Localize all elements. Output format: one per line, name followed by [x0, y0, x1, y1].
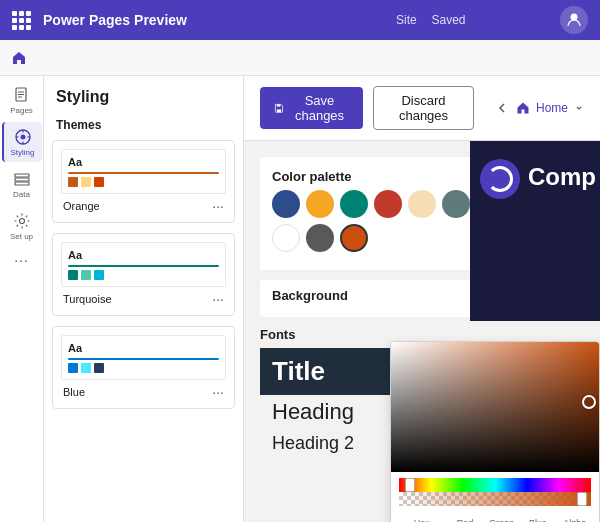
- discard-changes-button[interactable]: Discard changes: [373, 86, 474, 130]
- hex-label: Hex: [399, 518, 445, 522]
- color-dot-teal[interactable]: [340, 190, 368, 218]
- sidebar-setup-label: Set up: [10, 232, 33, 241]
- red-input-group: Red: [449, 518, 482, 522]
- chevron-down-icon[interactable]: [574, 103, 584, 113]
- site-status: Site · Saved: [302, 13, 561, 27]
- color-dot-wheat[interactable]: [408, 190, 436, 218]
- home-small-icon: [516, 101, 530, 115]
- blue-label: Blue: [522, 518, 555, 522]
- content-header: Save changes Discard changes Home: [244, 76, 600, 141]
- picker-handle[interactable]: [582, 395, 596, 409]
- svg-rect-13: [15, 182, 29, 185]
- sidebar-more-icon[interactable]: ···: [14, 252, 29, 268]
- sidebar-styling-label: Styling: [10, 148, 34, 157]
- color-dot-graygreen[interactable]: [442, 190, 470, 218]
- theme-turquoise-name: Turquoise: [63, 293, 112, 305]
- main-layout: Pages Styling Data: [0, 76, 600, 522]
- sidebar-pages-label: Pages: [10, 106, 33, 115]
- sidebar-data-label: Data: [13, 190, 30, 199]
- main-content: Save changes Discard changes Home Color …: [244, 76, 600, 522]
- left-sidebar: Pages Styling Data: [0, 76, 44, 522]
- svg-rect-16: [277, 104, 281, 106]
- theme-blue-name: Blue: [63, 386, 85, 398]
- picker-inputs: Hex Red Green Blue: [391, 514, 599, 522]
- preview-text: Comp: [528, 163, 596, 191]
- svg-rect-12: [15, 178, 29, 181]
- alpha-label: Alpha: [558, 518, 591, 522]
- second-bar: [0, 40, 600, 76]
- theme-card-orange[interactable]: Aa Orange ···: [52, 140, 235, 223]
- theme-orange-more-icon[interactable]: ···: [212, 198, 224, 214]
- color-dot-white[interactable]: [272, 224, 300, 252]
- themes-label: Themes: [52, 118, 235, 132]
- theme-card-turquoise[interactable]: Aa Turquoise ···: [52, 233, 235, 316]
- panel-title: Styling: [52, 88, 235, 106]
- color-dot-orange[interactable]: [340, 224, 368, 252]
- alpha-input-group: Alpha: [558, 518, 591, 522]
- svg-rect-15: [277, 109, 281, 112]
- color-dot-yellow[interactable]: [306, 190, 334, 218]
- themes-panel: Styling Themes Aa Orange ··· Aa: [44, 76, 244, 522]
- fonts-label: Fonts: [260, 327, 584, 342]
- hue-handle[interactable]: [405, 478, 415, 492]
- alpha-handle[interactable]: [577, 492, 587, 506]
- green-label: Green: [485, 518, 518, 522]
- app-title: Power Pages Preview: [43, 12, 302, 28]
- theme-blue-more-icon[interactable]: ···: [212, 384, 224, 400]
- green-input-group: Green: [485, 518, 518, 522]
- sidebar-item-pages[interactable]: Pages: [2, 80, 42, 120]
- svg-point-14: [19, 218, 24, 223]
- color-picker-popup: Hex Red Green Blue: [390, 341, 600, 522]
- sidebar-item-setup[interactable]: Set up: [2, 206, 42, 246]
- hue-bar[interactable]: [399, 478, 591, 492]
- picker-bars: [391, 478, 599, 506]
- hex-input-group: Hex: [399, 518, 445, 522]
- top-bar: Power Pages Preview Site · Saved: [0, 0, 600, 40]
- arrow-icon: [494, 100, 510, 116]
- home-icon[interactable]: [8, 47, 30, 69]
- top-bar-right: [560, 6, 588, 34]
- theme-card-blue[interactable]: Aa Blue ···: [52, 326, 235, 409]
- color-dot-darkgray[interactable]: [306, 224, 334, 252]
- content-body: Color palette Background: [244, 141, 600, 522]
- color-gradient-picker[interactable]: [391, 342, 600, 472]
- theme-orange-name: Orange: [63, 200, 100, 212]
- color-dot-red[interactable]: [374, 190, 402, 218]
- user-avatar[interactable]: [560, 6, 588, 34]
- home-breadcrumb: Home: [536, 101, 568, 115]
- grid-menu-icon[interactable]: [12, 11, 31, 30]
- red-label: Red: [449, 518, 482, 522]
- save-changes-button[interactable]: Save changes: [260, 87, 363, 129]
- theme-turquoise-more-icon[interactable]: ···: [212, 291, 224, 307]
- blue-input-group: Blue: [522, 518, 555, 522]
- color-dot-navy[interactable]: [272, 190, 300, 218]
- alpha-bar[interactable]: [399, 492, 591, 506]
- preview-area: Comp: [470, 141, 600, 321]
- svg-point-6: [20, 134, 25, 139]
- sidebar-item-styling[interactable]: Styling: [2, 122, 42, 162]
- svg-rect-11: [15, 174, 29, 177]
- sidebar-item-data[interactable]: Data: [2, 164, 42, 204]
